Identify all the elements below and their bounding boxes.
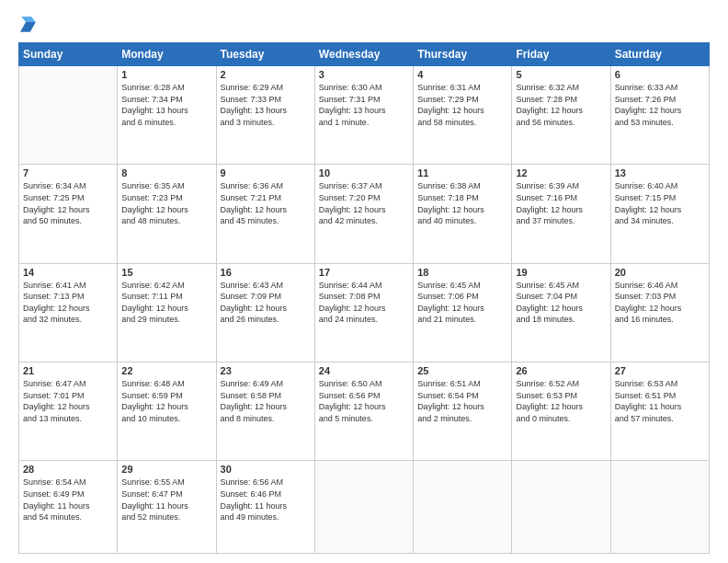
day-info: Sunrise: 6:41 AM Sunset: 7:13 PM Dayligh… — [23, 280, 113, 326]
day-number: 17 — [319, 267, 409, 278]
calendar-cell — [512, 461, 610, 554]
day-info: Sunrise: 6:53 AM Sunset: 6:51 PM Dayligh… — [615, 378, 705, 424]
calendar-cell: 26Sunrise: 6:52 AM Sunset: 6:53 PM Dayli… — [512, 362, 610, 460]
day-info: Sunrise: 6:43 AM Sunset: 7:09 PM Dayligh… — [221, 280, 311, 326]
day-number: 18 — [417, 267, 507, 278]
day-info: Sunrise: 6:54 AM Sunset: 6:49 PM Dayligh… — [23, 477, 113, 523]
calendar-cell: 29Sunrise: 6:55 AM Sunset: 6:47 PM Dayli… — [118, 461, 216, 554]
day-number: 8 — [121, 167, 211, 178]
day-number: 11 — [417, 167, 507, 178]
day-info: Sunrise: 6:36 AM Sunset: 7:21 PM Dayligh… — [221, 180, 311, 226]
day-info: Sunrise: 6:33 AM Sunset: 7:26 PM Dayligh… — [615, 82, 705, 128]
calendar-week-4: 21Sunrise: 6:47 AM Sunset: 7:01 PM Dayli… — [19, 362, 710, 460]
calendar-cell: 18Sunrise: 6:45 AM Sunset: 7:06 PM Dayli… — [414, 263, 512, 362]
calendar-cell — [314, 461, 413, 554]
day-number: 2 — [221, 69, 311, 80]
calendar-cell: 9Sunrise: 6:36 AM Sunset: 7:21 PM Daylig… — [216, 165, 314, 263]
day-number: 27 — [615, 365, 705, 376]
day-info: Sunrise: 6:32 AM Sunset: 7:28 PM Dayligh… — [516, 82, 606, 128]
weekday-header-row: SundayMondayTuesdayWednesdayThursdayFrid… — [19, 43, 710, 66]
calendar-cell: 27Sunrise: 6:53 AM Sunset: 6:51 PM Dayli… — [610, 362, 709, 460]
day-info: Sunrise: 6:46 AM Sunset: 7:03 PM Dayligh… — [615, 280, 705, 326]
day-number: 7 — [23, 167, 113, 178]
day-number: 19 — [516, 267, 606, 278]
day-info: Sunrise: 6:45 AM Sunset: 7:04 PM Dayligh… — [516, 280, 606, 326]
calendar-cell: 20Sunrise: 6:46 AM Sunset: 7:03 PM Dayli… — [610, 263, 709, 362]
weekday-thursday: Thursday — [414, 43, 512, 66]
weekday-wednesday: Wednesday — [314, 43, 413, 66]
calendar-cell: 19Sunrise: 6:45 AM Sunset: 7:04 PM Dayli… — [512, 263, 610, 362]
day-info: Sunrise: 6:40 AM Sunset: 7:15 PM Dayligh… — [615, 180, 705, 226]
weekday-monday: Monday — [118, 43, 216, 66]
calendar-cell: 6Sunrise: 6:33 AM Sunset: 7:26 PM Daylig… — [610, 66, 709, 165]
calendar-cell — [19, 66, 118, 165]
calendar-cell: 28Sunrise: 6:54 AM Sunset: 6:49 PM Dayli… — [19, 461, 118, 554]
day-info: Sunrise: 6:47 AM Sunset: 7:01 PM Dayligh… — [23, 378, 113, 424]
calendar-cell — [414, 461, 512, 554]
calendar-cell: 25Sunrise: 6:51 AM Sunset: 6:54 PM Dayli… — [414, 362, 512, 460]
calendar-cell: 21Sunrise: 6:47 AM Sunset: 7:01 PM Dayli… — [19, 362, 118, 460]
weekday-sunday: Sunday — [19, 43, 118, 66]
day-number: 13 — [615, 167, 705, 178]
logo-icon — [20, 17, 37, 33]
day-number: 9 — [221, 167, 311, 178]
calendar-cell: 30Sunrise: 6:56 AM Sunset: 6:46 PM Dayli… — [216, 461, 314, 554]
day-info: Sunrise: 6:50 AM Sunset: 6:56 PM Dayligh… — [319, 378, 409, 424]
calendar-cell: 8Sunrise: 6:35 AM Sunset: 7:23 PM Daylig… — [118, 165, 216, 263]
weekday-saturday: Saturday — [610, 43, 709, 66]
day-number: 22 — [121, 365, 211, 376]
day-number: 29 — [121, 464, 211, 475]
calendar-week-2: 7Sunrise: 6:34 AM Sunset: 7:25 PM Daylig… — [19, 165, 710, 263]
day-number: 4 — [417, 69, 507, 80]
calendar-cell: 1Sunrise: 6:28 AM Sunset: 7:34 PM Daylig… — [118, 66, 216, 165]
day-info: Sunrise: 6:34 AM Sunset: 7:25 PM Dayligh… — [23, 180, 113, 226]
logo — [18, 17, 37, 33]
calendar-cell: 4Sunrise: 6:31 AM Sunset: 7:29 PM Daylig… — [414, 66, 512, 165]
calendar-cell: 11Sunrise: 6:38 AM Sunset: 7:18 PM Dayli… — [414, 165, 512, 263]
calendar-cell — [610, 461, 709, 554]
day-info: Sunrise: 6:44 AM Sunset: 7:08 PM Dayligh… — [319, 280, 409, 326]
calendar-cell: 2Sunrise: 6:29 AM Sunset: 7:33 PM Daylig… — [216, 66, 314, 165]
calendar-week-1: 1Sunrise: 6:28 AM Sunset: 7:34 PM Daylig… — [19, 66, 710, 165]
day-number: 15 — [121, 267, 211, 278]
day-number: 14 — [23, 267, 113, 278]
svg-marker-0 — [20, 22, 36, 32]
calendar-cell: 10Sunrise: 6:37 AM Sunset: 7:20 PM Dayli… — [314, 165, 413, 263]
calendar-cell: 13Sunrise: 6:40 AM Sunset: 7:15 PM Dayli… — [610, 165, 709, 263]
calendar-cell: 14Sunrise: 6:41 AM Sunset: 7:13 PM Dayli… — [19, 263, 118, 362]
day-number: 16 — [221, 267, 311, 278]
calendar-cell: 7Sunrise: 6:34 AM Sunset: 7:25 PM Daylig… — [19, 165, 118, 263]
day-info: Sunrise: 6:29 AM Sunset: 7:33 PM Dayligh… — [221, 82, 311, 128]
calendar-cell: 16Sunrise: 6:43 AM Sunset: 7:09 PM Dayli… — [216, 263, 314, 362]
calendar-cell: 3Sunrise: 6:30 AM Sunset: 7:31 PM Daylig… — [314, 66, 413, 165]
page: SundayMondayTuesdayWednesdayThursdayFrid… — [0, 0, 728, 563]
day-number: 25 — [417, 365, 507, 376]
weekday-tuesday: Tuesday — [216, 43, 314, 66]
day-info: Sunrise: 6:35 AM Sunset: 7:23 PM Dayligh… — [121, 180, 211, 226]
svg-marker-1 — [21, 17, 36, 22]
day-info: Sunrise: 6:51 AM Sunset: 6:54 PM Dayligh… — [417, 378, 507, 424]
weekday-friday: Friday — [512, 43, 610, 66]
calendar-table: SundayMondayTuesdayWednesdayThursdayFrid… — [18, 42, 710, 554]
day-info: Sunrise: 6:39 AM Sunset: 7:16 PM Dayligh… — [516, 180, 606, 226]
day-number: 5 — [516, 69, 606, 80]
calendar-week-5: 28Sunrise: 6:54 AM Sunset: 6:49 PM Dayli… — [19, 461, 710, 554]
day-number: 3 — [319, 69, 409, 80]
day-number: 24 — [319, 365, 409, 376]
day-info: Sunrise: 6:38 AM Sunset: 7:18 PM Dayligh… — [417, 180, 507, 226]
day-info: Sunrise: 6:49 AM Sunset: 6:58 PM Dayligh… — [221, 378, 311, 424]
calendar-cell: 24Sunrise: 6:50 AM Sunset: 6:56 PM Dayli… — [314, 362, 413, 460]
calendar-cell: 23Sunrise: 6:49 AM Sunset: 6:58 PM Dayli… — [216, 362, 314, 460]
calendar-cell: 5Sunrise: 6:32 AM Sunset: 7:28 PM Daylig… — [512, 66, 610, 165]
day-info: Sunrise: 6:45 AM Sunset: 7:06 PM Dayligh… — [417, 280, 507, 326]
day-number: 28 — [23, 464, 113, 475]
day-info: Sunrise: 6:55 AM Sunset: 6:47 PM Dayligh… — [121, 477, 211, 523]
header — [18, 17, 710, 33]
day-number: 12 — [516, 167, 606, 178]
day-info: Sunrise: 6:52 AM Sunset: 6:53 PM Dayligh… — [516, 378, 606, 424]
calendar-cell: 22Sunrise: 6:48 AM Sunset: 6:59 PM Dayli… — [118, 362, 216, 460]
day-number: 23 — [221, 365, 311, 376]
day-number: 20 — [615, 267, 705, 278]
day-number: 21 — [23, 365, 113, 376]
day-info: Sunrise: 6:28 AM Sunset: 7:34 PM Dayligh… — [121, 82, 211, 128]
